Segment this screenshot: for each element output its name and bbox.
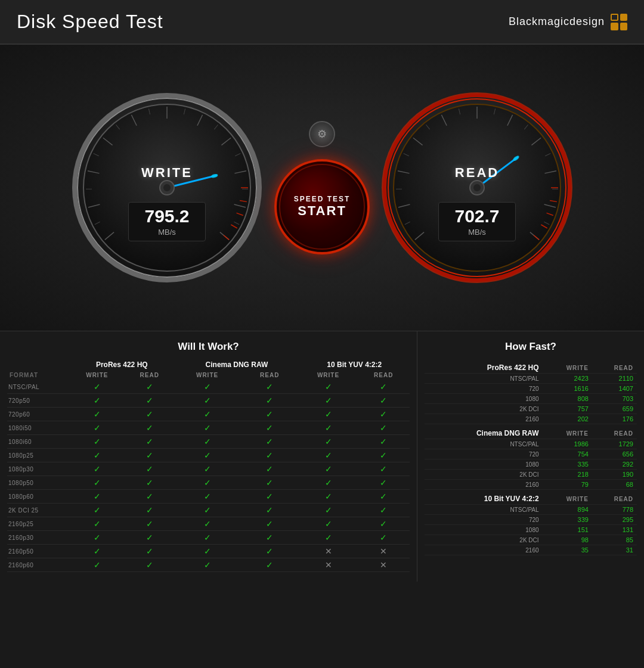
format-cell: 2160p30 xyxy=(7,531,69,545)
table-row: 1080 808 703 xyxy=(425,394,637,404)
checkmark-icon: ✓ xyxy=(204,533,211,542)
resolution-label: 720 xyxy=(425,515,543,525)
checkmark-icon: ✓ xyxy=(380,492,387,501)
table-row: 720p50✓✓✓✓✓✓ xyxy=(7,394,410,408)
checkmark-icon: ✓ xyxy=(266,450,273,460)
check-cell: ✓ xyxy=(240,545,299,558)
check-cell: ✓ xyxy=(174,435,240,449)
checkmark-icon: ✓ xyxy=(325,464,332,474)
checkmark-icon: ✓ xyxy=(325,396,332,405)
check-cell: ✓ xyxy=(125,517,174,531)
write-value: 335 xyxy=(543,459,592,470)
check-cell: ✓ xyxy=(69,394,125,408)
check-cell: ✓ xyxy=(125,449,174,462)
table-row: 1080p60✓✓✓✓✓✓ xyxy=(7,490,410,504)
checkmark-icon: ✓ xyxy=(266,546,273,556)
checkmark-icon: ✓ xyxy=(94,396,101,405)
format-cell: 2160p50 xyxy=(7,545,69,558)
checkmark-icon: ✓ xyxy=(146,423,153,433)
checkmark-icon: ✓ xyxy=(146,560,153,570)
wiw-th-r1: READ xyxy=(125,370,174,380)
write-value: 79 xyxy=(543,480,592,490)
table-row: 2K DCI 98 85 xyxy=(425,535,637,545)
check-cell: ✓ xyxy=(174,408,240,421)
check-cell: ✓ xyxy=(174,462,240,476)
checkmark-icon: ✓ xyxy=(380,519,387,529)
check-cell: ✓ xyxy=(240,408,299,421)
checkmark-icon: ✓ xyxy=(204,423,211,433)
checkmark-icon: ✓ xyxy=(380,382,387,392)
table-row: 1080 151 131 xyxy=(425,525,637,535)
read-value: 659 xyxy=(592,404,637,414)
checkmark-icon: ✓ xyxy=(325,519,332,529)
resolution-label: NTSC/PAL xyxy=(425,505,543,515)
check-cell: ✓ xyxy=(174,449,240,462)
checkmark-icon: ✓ xyxy=(146,464,153,474)
read-value: 85 xyxy=(592,535,637,545)
read-value: 68 xyxy=(592,480,637,490)
check-cell: ✓ xyxy=(358,462,410,476)
checkmark-icon: ✓ xyxy=(266,478,273,487)
check-cell: ✓ xyxy=(358,380,410,394)
write-value: 339 xyxy=(543,515,592,525)
codec-header-row: ProRes 422 HQ WRITE READ xyxy=(425,359,637,374)
check-cell: ✓ xyxy=(69,421,125,435)
format-cell: 1080i60 xyxy=(7,435,69,449)
cross-icon: ✕ xyxy=(380,560,387,570)
check-cell: ✓ xyxy=(299,380,358,394)
checkmark-icon: ✓ xyxy=(204,546,211,556)
resolution-label: 720 xyxy=(425,449,543,459)
checkmark-icon: ✓ xyxy=(380,423,387,433)
gauges-section: WRITE 795.2 MB/s ⚙ SPEED TEST START xyxy=(0,45,644,331)
read-value: 656 xyxy=(592,449,637,459)
read-value: 31 xyxy=(592,545,637,555)
checkmark-icon: ✓ xyxy=(146,409,153,419)
read-gauge-svg xyxy=(382,92,572,283)
check-cell: ✓ xyxy=(174,545,240,558)
speed-test-start-button[interactable]: SPEED TEST START xyxy=(274,159,370,254)
checkmark-icon: ✓ xyxy=(266,396,273,405)
check-cell: ✓ xyxy=(69,531,125,545)
check-cell: ✓ xyxy=(125,558,174,572)
read-header: READ xyxy=(592,424,637,439)
checkmark-icon: ✓ xyxy=(146,450,153,460)
table-row: 2K DCI 218 190 xyxy=(425,470,637,480)
wiw-format-spacer xyxy=(7,359,69,370)
check-cell: ✓ xyxy=(299,517,358,531)
checkmark-icon: ✓ xyxy=(94,492,101,501)
resolution-label: NTSC/PAL xyxy=(425,439,543,449)
check-cell: ✓ xyxy=(299,462,358,476)
checkmark-icon: ✓ xyxy=(204,464,211,474)
wiw-th-r3: READ xyxy=(358,370,410,380)
check-cell: ✓ xyxy=(174,504,240,517)
wiw-codec-2: Cinema DNG RAW xyxy=(174,359,299,370)
settings-button[interactable]: ⚙ xyxy=(309,121,335,147)
how-fast-title: How Fast? xyxy=(425,341,637,353)
check-cell: ✓ xyxy=(69,558,125,572)
checkmark-icon: ✓ xyxy=(146,382,153,392)
checkmark-icon: ✓ xyxy=(325,409,332,419)
table-row: NTSC/PAL✓✓✓✓✓✓ xyxy=(7,380,410,394)
read-value: 292 xyxy=(592,459,637,470)
check-cell: ✓ xyxy=(299,421,358,435)
table-row: 1080 335 292 xyxy=(425,459,637,470)
check-cell: ✓ xyxy=(240,490,299,504)
check-cell: ✓ xyxy=(69,504,125,517)
checkmark-icon: ✓ xyxy=(266,519,273,529)
checkmark-icon: ✓ xyxy=(204,505,211,515)
wiw-codec-3: 10 Bit YUV 4:2:2 xyxy=(299,359,410,370)
table-row: 2160p30✓✓✓✓✓✓ xyxy=(7,531,410,545)
resolution-label: 2160 xyxy=(425,414,543,424)
checkmark-icon: ✓ xyxy=(94,519,101,529)
check-cell: ✓ xyxy=(125,380,174,394)
read-header: READ xyxy=(592,490,637,505)
checkmark-icon: ✓ xyxy=(380,478,387,487)
read-gauge-value-box: 702.7 MB/s xyxy=(438,202,516,241)
will-it-work-panel: Will It Work? ProRes 422 HQ Cinema DNG R… xyxy=(0,331,417,582)
check-cell: ✓ xyxy=(240,462,299,476)
check-cell: ✓ xyxy=(174,490,240,504)
checkmark-icon: ✓ xyxy=(94,464,101,474)
checkmark-icon: ✓ xyxy=(204,409,211,419)
check-cell: ✓ xyxy=(358,490,410,504)
checkmark-icon: ✓ xyxy=(325,450,332,460)
